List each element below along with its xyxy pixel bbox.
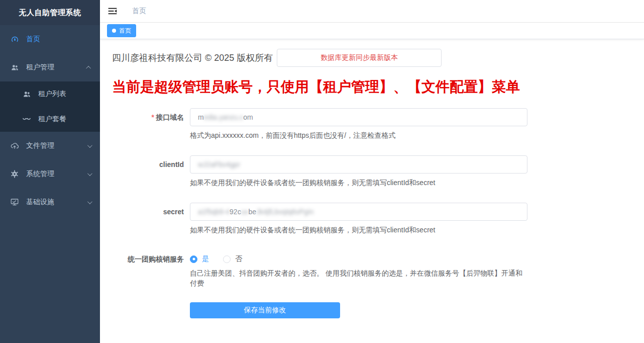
cloud-upload-icon [10, 141, 19, 150]
api-domain-help: 格式为api.xxxxxx.com，前面没有https后面也没有/，注意检查格式 [190, 130, 527, 140]
redacted-text: wJ2aFbv4gpr [198, 160, 240, 168]
meal-icon [22, 115, 31, 124]
sidebar-item-label: 首页 [26, 35, 40, 44]
users-icon [10, 63, 19, 72]
form-row-api-domain: *接口域名 media.yanzu.com 格式为api.xxxxxx.com，… [112, 108, 632, 140]
form-row-client-id: clientId wJ2aFbv4gpr 如果不使用我们的硬件设备或者统一团购核… [112, 155, 632, 188]
sidebar-submenu-tenant: 租户列表 租户套餐 [0, 81, 100, 132]
client-id-label: clientId [112, 155, 190, 188]
app-title: 无人自助管理系统 [0, 0, 100, 25]
secret-label: secret [112, 203, 190, 235]
sidebar-item-label: 系统管理 [26, 169, 54, 179]
sidebar-item-tenant-list[interactable]: 租户列表 [0, 81, 100, 107]
tab-label: 首页 [119, 27, 131, 35]
tabs-bar: 首页 [100, 23, 644, 39]
radio-no[interactable]: 否 [223, 254, 242, 264]
groupbuy-service-help: 自己注册美团、抖音团购开发者的，选否。 使用我们核销服务的选是，并在微信服务号【… [190, 268, 527, 288]
api-domain-label: *接口域名 [112, 108, 190, 140]
save-button[interactable]: 保存当前修改 [190, 302, 340, 318]
topbar: 首页 [100, 0, 644, 23]
page-content: 四川彦祖科技有限公司 © 2025 版权所有 数据库更新同步最新版本 当前是超级… [100, 39, 644, 343]
radio-no-label: 否 [235, 254, 242, 264]
radio-yes[interactable]: 是 [190, 254, 209, 264]
api-domain-input[interactable]: media.yanzu.com [190, 108, 527, 126]
copyright-text: 四川彦祖科技有限公司 © 2025 版权所有 [112, 52, 273, 64]
chevron-down-icon [87, 171, 92, 176]
radio-yes-label: 是 [202, 254, 209, 264]
chevron-up-icon [86, 65, 91, 70]
sidebar-item-system-management[interactable]: 系统管理 [0, 160, 100, 188]
settings-form: *接口域名 media.yanzu.com 格式为api.xxxxxx.com，… [112, 108, 632, 318]
sidebar: 无人自助管理系统 首页 租户管理 租户列表 [0, 0, 100, 343]
redacted-text: Jk4jfLbvqtq6vPgIn [256, 208, 313, 216]
breadcrumb[interactable]: 首页 [132, 7, 146, 16]
sidebar-item-tenant-management[interactable]: 租户管理 [0, 53, 100, 81]
sidebar-item-tenant-package[interactable]: 租户套餐 [0, 107, 100, 132]
redacted-text: edia.yanzu.c [204, 113, 244, 121]
active-tab-dot-icon [112, 29, 116, 33]
secret-help: 如果不使用我们的硬件设备或者统一团购核销服务，则无需填写clientId和sec… [190, 225, 527, 235]
radio-unselected-icon [223, 255, 231, 263]
groupbuy-service-label: 统一团购核销服务 [112, 254, 190, 288]
form-row-secret: secret a1f5qb9-492cuvbeJk4jfLbvqtq6vPgIn… [112, 203, 632, 235]
redacted-text: uv [241, 208, 249, 216]
redacted-text: a1f5qb9-4 [198, 208, 230, 216]
client-id-help: 如果不使用我们的硬件设备或者统一团购核销服务，则无需填写clientId和sec… [190, 178, 527, 188]
monitor-icon [10, 198, 19, 207]
sidebar-item-home[interactable]: 首页 [0, 25, 100, 53]
secret-input[interactable]: a1f5qb9-492cuvbeJk4jfLbvqtq6vPgIn [190, 203, 527, 221]
sidebar-collapse-icon[interactable] [108, 6, 119, 17]
client-id-input[interactable]: wJ2aFbv4gpr [190, 155, 527, 174]
chevron-down-icon [87, 143, 92, 148]
sidebar-item-file-management[interactable]: 文件管理 [0, 132, 100, 160]
groupbuy-radio-group: 是 否 [190, 254, 527, 264]
required-asterisk: * [152, 113, 154, 121]
gear-icon [10, 169, 19, 179]
chevron-down-icon [87, 199, 92, 204]
db-sync-button[interactable]: 数据库更新同步最新版本 [277, 49, 442, 67]
form-row-groupbuy-service: 统一团购核销服务 是 否 自己注册美团、抖音团购开发者的，选否。 使用我们核销服… [112, 254, 632, 288]
sidebar-item-label: 文件管理 [26, 141, 54, 150]
sidebar-menu: 首页 租户管理 租户列表 租户套餐 [0, 25, 100, 343]
users-icon [22, 90, 31, 99]
sidebar-item-infrastructure[interactable]: 基础设施 [0, 188, 100, 216]
copyright-row: 四川彦祖科技有限公司 © 2025 版权所有 数据库更新同步最新版本 [112, 49, 632, 67]
superadmin-notice: 当前是超级管理员账号，只使用【租户管理】、【文件配置】菜单 [112, 77, 632, 97]
main-area: 首页 首页 四川彦祖科技有限公司 © 2025 版权所有 数据库更新同步最新版本… [100, 0, 644, 343]
sidebar-item-label: 租户套餐 [38, 115, 66, 124]
sidebar-item-label: 基础设施 [26, 198, 54, 207]
sidebar-item-label: 租户列表 [38, 90, 66, 99]
dashboard-icon [10, 35, 19, 44]
sidebar-item-label: 租户管理 [26, 63, 54, 72]
radio-selected-icon [190, 255, 197, 263]
tab-home[interactable]: 首页 [107, 24, 136, 37]
